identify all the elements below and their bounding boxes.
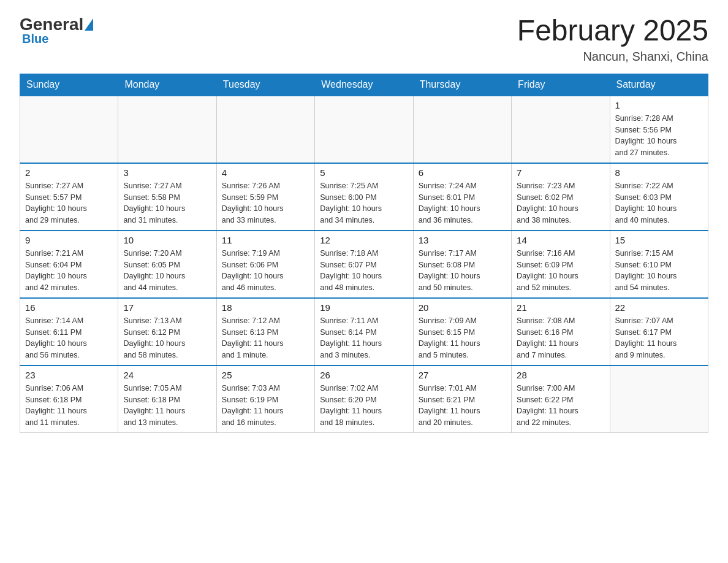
day-number: 22 [615, 302, 703, 313]
day-number: 11 [222, 235, 309, 245]
day-info: Sunrise: 7:23 AM Sunset: 6:02 PM Dayligh… [517, 180, 604, 226]
weekday-header-wednesday: Wednesday [315, 74, 413, 96]
day-info: Sunrise: 7:26 AM Sunset: 5:59 PM Dayligh… [222, 180, 309, 226]
day-info: Sunrise: 7:17 AM Sunset: 6:08 PM Dayligh… [419, 248, 506, 294]
day-cell [413, 96, 511, 163]
day-cell: 13Sunrise: 7:17 AM Sunset: 6:08 PM Dayli… [413, 231, 511, 298]
day-info: Sunrise: 7:16 AM Sunset: 6:09 PM Dayligh… [517, 248, 604, 294]
day-cell: 6Sunrise: 7:24 AM Sunset: 6:01 PM Daylig… [413, 163, 511, 231]
day-cell: 26Sunrise: 7:02 AM Sunset: 6:20 PM Dayli… [315, 366, 413, 433]
day-number: 26 [320, 370, 408, 380]
day-cell: 20Sunrise: 7:09 AM Sunset: 6:15 PM Dayli… [413, 298, 511, 366]
day-cell: 10Sunrise: 7:20 AM Sunset: 6:05 PM Dayli… [118, 231, 216, 298]
day-info: Sunrise: 7:15 AM Sunset: 6:10 PM Dayligh… [615, 248, 703, 294]
title-block: February 2025 Nancun, Shanxi, China [517, 15, 708, 64]
day-number: 12 [320, 235, 408, 245]
day-cell [610, 366, 708, 433]
day-number: 15 [615, 235, 703, 245]
page-header: General Blue February 2025 Nancun, Shanx… [20, 15, 708, 64]
week-row-3: 16Sunrise: 7:14 AM Sunset: 6:11 PM Dayli… [20, 298, 708, 366]
day-info: Sunrise: 7:27 AM Sunset: 5:57 PM Dayligh… [25, 180, 113, 226]
day-number: 23 [25, 370, 113, 380]
day-cell: 8Sunrise: 7:22 AM Sunset: 6:03 PM Daylig… [610, 163, 708, 231]
day-number: 1 [615, 100, 703, 110]
day-number: 7 [517, 167, 604, 178]
day-number: 28 [517, 370, 604, 380]
day-info: Sunrise: 7:13 AM Sunset: 6:12 PM Dayligh… [123, 315, 211, 361]
week-row-1: 2Sunrise: 7:27 AM Sunset: 5:57 PM Daylig… [20, 163, 708, 231]
day-cell: 16Sunrise: 7:14 AM Sunset: 6:11 PM Dayli… [20, 298, 118, 366]
day-info: Sunrise: 7:03 AM Sunset: 6:19 PM Dayligh… [222, 383, 309, 429]
weekday-header-tuesday: Tuesday [216, 74, 314, 96]
day-info: Sunrise: 7:14 AM Sunset: 6:11 PM Dayligh… [25, 315, 113, 361]
day-cell [512, 96, 610, 163]
day-number: 24 [123, 370, 211, 380]
weekday-header-saturday: Saturday [610, 74, 708, 96]
day-cell: 27Sunrise: 7:01 AM Sunset: 6:21 PM Dayli… [413, 366, 511, 433]
day-info: Sunrise: 7:19 AM Sunset: 6:06 PM Dayligh… [222, 248, 309, 294]
day-info: Sunrise: 7:00 AM Sunset: 6:22 PM Dayligh… [517, 383, 604, 429]
day-cell: 19Sunrise: 7:11 AM Sunset: 6:14 PM Dayli… [315, 298, 413, 366]
day-info: Sunrise: 7:08 AM Sunset: 6:16 PM Dayligh… [517, 315, 604, 361]
logo: General Blue [20, 15, 94, 46]
calendar-table: SundayMondayTuesdayWednesdayThursdayFrid… [20, 74, 708, 433]
day-cell: 12Sunrise: 7:18 AM Sunset: 6:07 PM Dayli… [315, 231, 413, 298]
location: Nancun, Shanxi, China [517, 50, 708, 64]
day-info: Sunrise: 7:22 AM Sunset: 6:03 PM Dayligh… [615, 180, 703, 226]
day-cell: 3Sunrise: 7:27 AM Sunset: 5:58 PM Daylig… [118, 163, 216, 231]
day-cell [315, 96, 413, 163]
month-title: February 2025 [517, 15, 708, 47]
day-cell: 4Sunrise: 7:26 AM Sunset: 5:59 PM Daylig… [216, 163, 314, 231]
day-number: 25 [222, 370, 309, 380]
day-number: 8 [615, 167, 703, 178]
week-row-2: 9Sunrise: 7:21 AM Sunset: 6:04 PM Daylig… [20, 231, 708, 298]
day-cell [20, 96, 118, 163]
weekday-header-monday: Monday [118, 74, 216, 96]
day-info: Sunrise: 7:05 AM Sunset: 6:18 PM Dayligh… [123, 383, 211, 429]
day-info: Sunrise: 7:25 AM Sunset: 6:00 PM Dayligh… [320, 180, 408, 226]
day-number: 5 [320, 167, 408, 178]
day-cell: 1Sunrise: 7:28 AM Sunset: 5:56 PM Daylig… [610, 96, 708, 163]
day-info: Sunrise: 7:27 AM Sunset: 5:58 PM Dayligh… [123, 180, 211, 226]
day-number: 6 [419, 167, 506, 178]
day-cell: 2Sunrise: 7:27 AM Sunset: 5:57 PM Daylig… [20, 163, 118, 231]
week-row-0: 1Sunrise: 7:28 AM Sunset: 5:56 PM Daylig… [20, 96, 708, 163]
day-number: 9 [25, 235, 113, 245]
day-info: Sunrise: 7:01 AM Sunset: 6:21 PM Dayligh… [419, 383, 506, 429]
day-cell: 24Sunrise: 7:05 AM Sunset: 6:18 PM Dayli… [118, 366, 216, 433]
day-cell: 7Sunrise: 7:23 AM Sunset: 6:02 PM Daylig… [512, 163, 610, 231]
day-cell: 28Sunrise: 7:00 AM Sunset: 6:22 PM Dayli… [512, 366, 610, 433]
day-number: 16 [25, 302, 113, 313]
day-cell: 18Sunrise: 7:12 AM Sunset: 6:13 PM Dayli… [216, 298, 314, 366]
day-cell: 25Sunrise: 7:03 AM Sunset: 6:19 PM Dayli… [216, 366, 314, 433]
day-info: Sunrise: 7:02 AM Sunset: 6:20 PM Dayligh… [320, 383, 408, 429]
day-cell: 5Sunrise: 7:25 AM Sunset: 6:00 PM Daylig… [315, 163, 413, 231]
day-number: 19 [320, 302, 408, 313]
weekday-header-thursday: Thursday [413, 74, 511, 96]
day-cell: 23Sunrise: 7:06 AM Sunset: 6:18 PM Dayli… [20, 366, 118, 433]
day-cell [118, 96, 216, 163]
weekday-header-row: SundayMondayTuesdayWednesdayThursdayFrid… [20, 74, 708, 96]
day-cell: 9Sunrise: 7:21 AM Sunset: 6:04 PM Daylig… [20, 231, 118, 298]
day-cell: 17Sunrise: 7:13 AM Sunset: 6:12 PM Dayli… [118, 298, 216, 366]
weekday-header-friday: Friday [512, 74, 610, 96]
day-cell: 21Sunrise: 7:08 AM Sunset: 6:16 PM Dayli… [512, 298, 610, 366]
day-info: Sunrise: 7:07 AM Sunset: 6:17 PM Dayligh… [615, 315, 703, 361]
day-cell: 15Sunrise: 7:15 AM Sunset: 6:10 PM Dayli… [610, 231, 708, 298]
day-number: 14 [517, 235, 604, 245]
week-row-4: 23Sunrise: 7:06 AM Sunset: 6:18 PM Dayli… [20, 366, 708, 433]
logo-blue: Blue [22, 32, 48, 46]
day-info: Sunrise: 7:24 AM Sunset: 6:01 PM Dayligh… [419, 180, 506, 226]
day-number: 20 [419, 302, 506, 313]
day-info: Sunrise: 7:09 AM Sunset: 6:15 PM Dayligh… [419, 315, 506, 361]
day-info: Sunrise: 7:20 AM Sunset: 6:05 PM Dayligh… [123, 248, 211, 294]
weekday-header-sunday: Sunday [20, 74, 118, 96]
day-cell: 14Sunrise: 7:16 AM Sunset: 6:09 PM Dayli… [512, 231, 610, 298]
day-cell: 22Sunrise: 7:07 AM Sunset: 6:17 PM Dayli… [610, 298, 708, 366]
day-info: Sunrise: 7:06 AM Sunset: 6:18 PM Dayligh… [25, 383, 113, 429]
day-number: 17 [123, 302, 211, 313]
day-number: 10 [123, 235, 211, 245]
day-number: 21 [517, 302, 604, 313]
day-number: 27 [419, 370, 506, 380]
day-info: Sunrise: 7:28 AM Sunset: 5:56 PM Dayligh… [615, 113, 703, 159]
